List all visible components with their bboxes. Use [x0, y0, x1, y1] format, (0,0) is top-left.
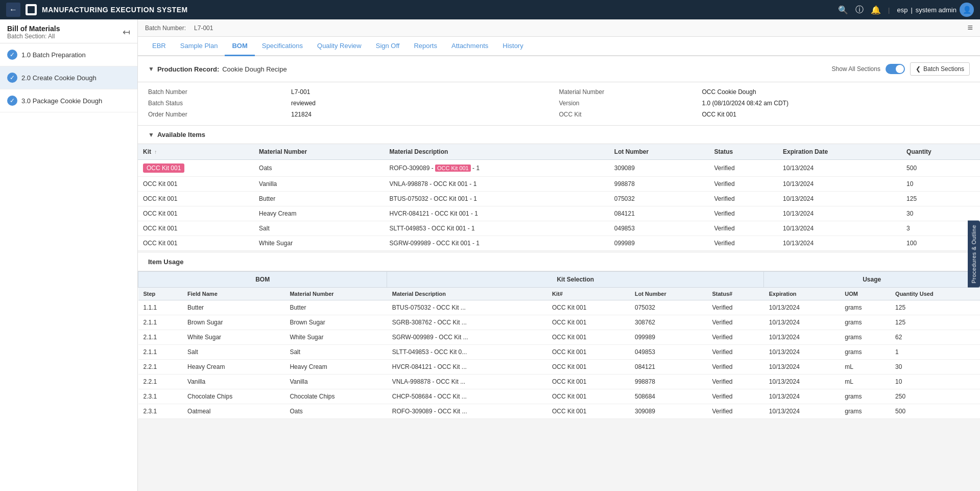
- usage-material-number: Vanilla: [284, 375, 387, 389]
- prod-collapse-icon[interactable]: ▼: [148, 65, 154, 73]
- usage-kit: OCC Kit 001: [547, 300, 630, 315]
- col-material-number-usage[interactable]: Material Number: [284, 288, 387, 300]
- sidebar-item-create-dough[interactable]: ✓ 2.0 Create Cookie Dough: [0, 66, 137, 89]
- tab-bom[interactable]: BOM: [225, 37, 254, 56]
- col-step[interactable]: Step: [138, 288, 183, 300]
- usage-material-number: Brown Sugar: [284, 315, 387, 330]
- col-lot-number[interactable]: Lot Number: [609, 144, 709, 160]
- check-icon-create-dough: ✓: [7, 73, 17, 83]
- batch-sections-button[interactable]: ❮ Batch Sections: [910, 62, 970, 76]
- sidebar-header: Bill of Materials Batch Section: All ↤: [0, 19, 137, 43]
- col-expiration-usage[interactable]: Expiration: [764, 288, 840, 300]
- available-item-row: OCC Kit 001ButterBTUS-075032 - OCC Kit 0…: [138, 192, 980, 206]
- usage-step: 2.2.1: [138, 360, 183, 375]
- available-item-lot-number: 309089: [609, 160, 709, 177]
- show-all-toggle[interactable]: [886, 64, 905, 74]
- available-item-material-number: White Sugar: [254, 236, 385, 251]
- col-material-number[interactable]: Material Number: [254, 144, 385, 160]
- main-layout: Bill of Materials Batch Section: All ↤ ✓…: [0, 19, 980, 491]
- col-field-name[interactable]: Field Name: [182, 288, 284, 300]
- usage-uom: grams: [840, 330, 890, 345]
- usage-field-name: Vanilla: [182, 375, 284, 389]
- bom-group-header: BOM: [138, 272, 387, 288]
- col-kit[interactable]: Kit ↑: [138, 144, 254, 160]
- sidebar-label-create-dough: 2.0 Create Cookie Dough: [21, 74, 97, 82]
- col-material-description-usage[interactable]: Material Description: [387, 288, 547, 300]
- item-usage-row: 2.2.1VanillaVanillaVNLA-998878 - OCC Kit…: [138, 375, 980, 389]
- usage-lot-number: 075032: [630, 300, 707, 315]
- batch-menu-button[interactable]: ≡: [967, 22, 973, 33]
- usage-expiration: 10/13/2024: [764, 315, 840, 330]
- col-status[interactable]: Status: [709, 144, 778, 160]
- item-usage-row: 2.2.1Heavy CreamHeavy CreamHVCR-084121 -…: [138, 360, 980, 375]
- available-item-material-description: SGRW-099989 - OCC Kit 001 - 1: [385, 236, 609, 251]
- available-item-expiration: 10/13/2024: [778, 177, 901, 192]
- procedures-outline-tab[interactable]: Procedures & Outline: [968, 221, 980, 288]
- available-item-kit: OCC Kit 001: [138, 177, 254, 192]
- available-item-status: Verified: [709, 177, 778, 192]
- tab-reports[interactable]: Reports: [407, 37, 444, 56]
- available-item-quantity: 30: [901, 206, 980, 221]
- col-expiration-date[interactable]: Expiration Date: [778, 144, 901, 160]
- tab-specifications[interactable]: Specifications: [255, 37, 310, 56]
- col-uom[interactable]: UOM: [840, 288, 890, 300]
- available-item-material-number: Vanilla: [254, 177, 385, 192]
- order-number-meta-value: 121824: [291, 111, 559, 118]
- usage-uom: grams: [840, 315, 890, 330]
- help-icon[interactable]: ⓘ: [855, 5, 864, 15]
- available-item-status: Verified: [709, 221, 778, 236]
- tab-quality-review[interactable]: Quality Review: [310, 37, 369, 56]
- sidebar-subtitle: Batch Section: All: [7, 33, 60, 40]
- sidebar-header-text: Bill of Materials Batch Section: All: [7, 25, 60, 40]
- search-icon[interactable]: 🔍: [838, 5, 848, 15]
- usage-lot-number: 998878: [630, 375, 707, 389]
- back-button[interactable]: ←: [6, 3, 20, 17]
- user-avatar: 👤: [960, 3, 974, 17]
- available-item-material-number: Salt: [254, 221, 385, 236]
- production-record-bar: ▼ Production Record: Cookie Dough Recipe…: [138, 56, 980, 82]
- material-number-meta-value: OCC Cookie Dough: [702, 88, 970, 96]
- tab-ebr[interactable]: EBR: [145, 37, 173, 56]
- tab-sample-plan[interactable]: Sample Plan: [173, 37, 225, 56]
- available-item-quantity: 125: [901, 192, 980, 206]
- user-menu[interactable]: esp | system admin 👤: [897, 3, 974, 17]
- col-kit-num[interactable]: Kit#: [547, 288, 630, 300]
- usage-step: 2.3.1: [138, 404, 183, 419]
- tab-attachments[interactable]: Attachments: [444, 37, 495, 56]
- production-record-left: ▼ Production Record: Cookie Dough Recipe: [148, 65, 287, 73]
- usage-kit: OCC Kit 001: [547, 345, 630, 360]
- usage-field-name: Heavy Cream: [182, 360, 284, 375]
- user-divider: |: [911, 6, 912, 14]
- item-usage-row: 2.3.1OatmealOatsROFO-309089 - OCC Kit ..…: [138, 404, 980, 419]
- navbar-icons: 🔍 ⓘ 🔔 | esp | system admin 👤: [838, 3, 974, 17]
- notification-icon[interactable]: 🔔: [871, 5, 881, 15]
- available-item-kit: OCC Kit 001: [138, 236, 254, 251]
- usage-status: Verified: [707, 404, 763, 419]
- usage-material-description: SGRW-009989 - OCC Kit ...: [387, 330, 547, 345]
- available-item-kit: OCC Kit 001: [138, 160, 254, 177]
- available-item-status: Verified: [709, 236, 778, 251]
- tab-navigation: EBR Sample Plan BOM Specifications Quali…: [138, 37, 980, 56]
- usage-expiration: 10/13/2024: [764, 330, 840, 345]
- usage-material-description: ROFO-309089 - OCC Kit ...: [387, 404, 547, 419]
- sidebar-collapse-button[interactable]: ↤: [123, 27, 130, 38]
- sidebar-label-batch-prep: 1.0 Batch Preparation: [21, 51, 86, 59]
- usage-step: 2.1.1: [138, 330, 183, 345]
- col-status-usage[interactable]: Status#: [707, 288, 763, 300]
- sidebar-item-batch-prep[interactable]: ✓ 1.0 Batch Preparation: [0, 43, 137, 66]
- usage-field-name: White Sugar: [182, 330, 284, 345]
- col-quantity-used[interactable]: Quantity Used: [890, 288, 979, 300]
- item-usage-row: 1.1.1ButterButterBTUS-075032 - OCC Kit .…: [138, 300, 980, 315]
- col-quantity[interactable]: Quantity: [901, 144, 980, 160]
- sidebar-item-package-dough[interactable]: ✓ 3.0 Package Cookie Dough: [0, 89, 137, 112]
- version-meta-label: Version: [559, 100, 702, 107]
- batch-status-meta-value: reviewed: [291, 100, 559, 107]
- tab-history[interactable]: History: [495, 37, 530, 56]
- usage-kit: OCC Kit 001: [547, 404, 630, 419]
- col-lot-number-usage[interactable]: Lot Number: [630, 288, 707, 300]
- tab-sign-off[interactable]: Sign Off: [369, 37, 407, 56]
- usage-material-description: CHCP-508684 - OCC Kit ...: [387, 389, 547, 404]
- available-items-collapse-icon[interactable]: ▼: [148, 131, 154, 138]
- available-item-kit: OCC Kit 001: [138, 192, 254, 206]
- col-material-description[interactable]: Material Description: [385, 144, 609, 160]
